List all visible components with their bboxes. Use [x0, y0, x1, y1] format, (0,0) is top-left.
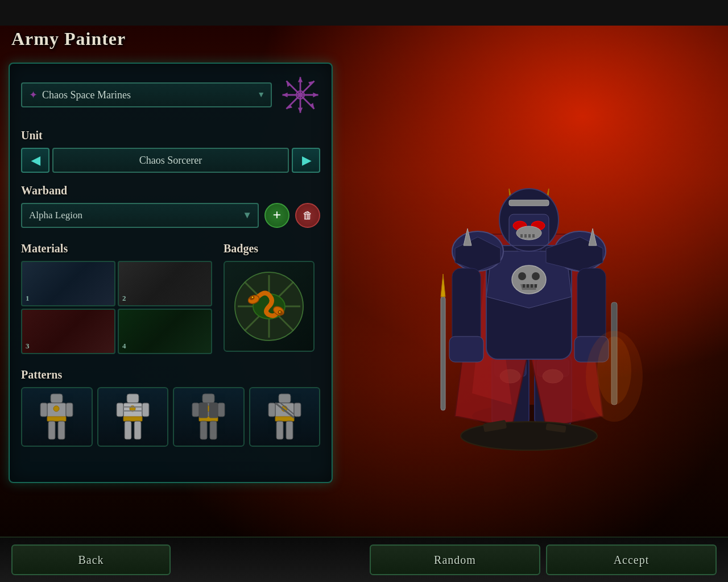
warband-chevron-icon: ▼ — [242, 210, 252, 221]
material-num-2: 2 — [122, 294, 126, 303]
unit-label: Unit — [21, 129, 320, 142]
svg-marker-4 — [298, 77, 303, 82]
accept-button[interactable]: Accept — [546, 544, 717, 575]
svg-rect-57 — [268, 403, 275, 417]
svg-point-74 — [532, 272, 540, 280]
badges-label: Badges — [224, 242, 320, 255]
pattern-figure-3 — [190, 393, 227, 441]
accept-label: Accept — [614, 554, 650, 567]
pattern-cell-3[interactable] — [173, 387, 245, 447]
warband-row: Alpha Legion ▼ + 🗑 — [21, 203, 320, 228]
material-cell-1[interactable]: 1 — [21, 261, 115, 306]
svg-rect-76 — [527, 284, 529, 288]
warband-selected-text: Alpha Legion — [29, 210, 82, 221]
pattern-cell-1[interactable] — [21, 387, 93, 447]
svg-rect-102 — [532, 234, 535, 238]
character-preview-area — [336, 63, 722, 531]
svg-marker-7 — [313, 93, 318, 97]
material-num-4: 4 — [122, 342, 126, 351]
svg-rect-56 — [275, 417, 294, 421]
materials-label: Materials — [21, 242, 212, 255]
unit-navigator: ◀ Chaos Sorcerer ▶ — [21, 148, 320, 173]
patterns-label: Patterns — [21, 368, 320, 381]
svg-point-24 — [279, 311, 281, 313]
svg-rect-30 — [66, 403, 73, 417]
svg-rect-60 — [286, 421, 293, 439]
plus-icon: + — [273, 208, 282, 223]
chevron-left-icon: ◀ — [31, 153, 40, 167]
svg-rect-78 — [535, 284, 537, 288]
trash-icon: 🗑 — [303, 210, 313, 222]
svg-rect-83 — [452, 268, 481, 348]
back-label: Back — [78, 554, 104, 567]
pattern-cell-4[interactable] — [249, 387, 321, 447]
svg-rect-101 — [528, 234, 531, 238]
delete-warband-button[interactable]: 🗑 — [295, 203, 320, 228]
svg-rect-28 — [47, 417, 66, 421]
back-button[interactable]: Back — [11, 544, 171, 575]
character-figure — [398, 132, 660, 462]
unit-name-display: Chaos Sorcerer — [52, 148, 289, 173]
svg-point-23 — [251, 296, 254, 298]
svg-rect-77 — [531, 284, 533, 288]
pattern-figure-4 — [266, 393, 303, 441]
svg-rect-97 — [509, 200, 549, 206]
svg-rect-47 — [192, 403, 199, 417]
pattern-figure-2 — [114, 393, 151, 441]
bottom-bar: Back Random Accept — [0, 537, 728, 582]
svg-rect-32 — [58, 421, 65, 439]
materials-grid: 1 2 3 4 — [21, 261, 212, 354]
svg-rect-54 — [279, 394, 291, 403]
faction-icon: ✦ — [29, 89, 38, 101]
svg-rect-50 — [210, 421, 217, 439]
faction-label: Chaos Space Marines — [42, 89, 131, 101]
svg-rect-40 — [134, 421, 141, 439]
svg-rect-85 — [449, 336, 483, 362]
svg-rect-53 — [209, 403, 218, 418]
svg-rect-38 — [142, 403, 149, 417]
pattern-figure-1 — [38, 393, 75, 441]
svg-rect-36 — [123, 417, 142, 421]
faction-row: ✦ Chaos Space Marines ▼ — [21, 75, 320, 115]
random-label: Random — [434, 554, 476, 567]
materials-section: Materials 1 2 3 4 — [21, 242, 212, 354]
svg-rect-99 — [520, 234, 523, 238]
svg-point-107 — [597, 336, 631, 405]
svg-rect-31 — [48, 421, 55, 439]
svg-rect-59 — [276, 421, 283, 439]
pattern-cell-2[interactable] — [97, 387, 169, 447]
svg-marker-6 — [283, 93, 288, 97]
faction-dropdown[interactable]: ✦ Chaos Space Marines ▼ — [21, 82, 272, 107]
chevron-right-icon: ▶ — [302, 153, 311, 167]
badges-section: Badges — [224, 242, 320, 354]
material-num-1: 1 — [26, 294, 30, 303]
svg-rect-26 — [51, 394, 63, 403]
material-cell-2[interactable]: 2 — [118, 261, 212, 306]
badge-selector[interactable] — [224, 261, 315, 352]
add-warband-button[interactable]: + — [264, 203, 289, 228]
svg-rect-37 — [117, 403, 123, 417]
svg-marker-5 — [298, 107, 303, 113]
svg-rect-100 — [524, 234, 527, 238]
faction-chevron-icon: ▼ — [257, 90, 265, 99]
svg-rect-34 — [127, 394, 139, 403]
materials-badges-row: Materials 1 2 3 4 Badges — [21, 242, 320, 354]
left-panel: ✦ Chaos Space Marines ▼ — [9, 63, 333, 483]
svg-point-98 — [516, 226, 541, 240]
patterns-grid — [21, 387, 320, 447]
svg-rect-44 — [202, 394, 214, 403]
material-cell-4[interactable]: 4 — [118, 309, 212, 354]
svg-marker-88 — [441, 274, 445, 297]
unit-prev-button[interactable]: ◀ — [21, 148, 49, 173]
warband-label: Warband — [21, 184, 320, 197]
unit-next-button[interactable]: ▶ — [292, 148, 320, 173]
warband-dropdown[interactable]: Alpha Legion ▼ — [21, 203, 259, 228]
svg-rect-87 — [441, 297, 445, 410]
chaos-star-icon — [280, 75, 320, 115]
badge-icon — [232, 269, 306, 343]
random-button[interactable]: Random — [370, 544, 540, 575]
svg-rect-75 — [523, 284, 525, 288]
material-cell-3[interactable]: 3 — [21, 309, 115, 354]
svg-rect-52 — [199, 403, 208, 418]
unit-name-text: Chaos Sorcerer — [139, 155, 202, 167]
